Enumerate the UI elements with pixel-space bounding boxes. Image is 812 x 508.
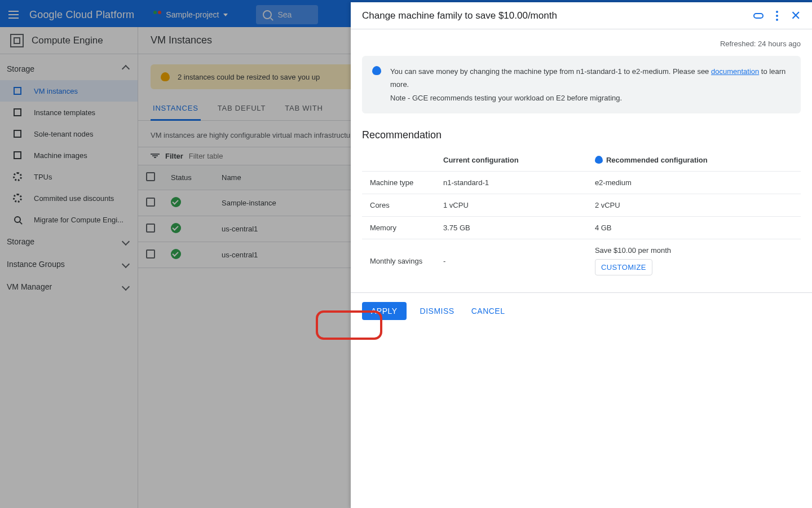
note-subtext: Note - GCE recommends testing your workl…	[390, 91, 791, 104]
recommendation-drawer: Change machine family to save $10.00/mon…	[351, 2, 812, 508]
apply-button[interactable]: APPLY	[362, 302, 407, 320]
drawer-header: Change machine family to save $10.00/mon…	[351, 2, 812, 29]
recommendation-heading: Recommendation	[362, 129, 801, 141]
more-icon[interactable]	[776, 11, 778, 21]
refreshed-text: Refreshed: 24 hours ago	[362, 40, 801, 48]
col-current: Current configuration	[435, 149, 587, 172]
savings-text: Save $10.00 per month	[595, 246, 793, 255]
cancel-button[interactable]: CANCEL	[468, 302, 509, 320]
col-recommended: Recommended configuration	[587, 149, 801, 172]
info-note: You can save money by changing the machi…	[362, 56, 801, 113]
drawer-title: Change machine family to save $10.00/mon…	[362, 10, 557, 21]
copy-link-icon[interactable]	[753, 13, 764, 19]
documentation-link[interactable]: documentation	[711, 67, 759, 76]
customize-button[interactable]: CUSTOMIZE	[595, 259, 652, 275]
drawer-actions: APPLY DISMISS CANCEL	[351, 292, 812, 329]
recommendation-table: Current configuration Recommended config…	[362, 149, 801, 282]
dismiss-button[interactable]: DISMISS	[417, 302, 458, 320]
lightbulb-icon	[595, 156, 603, 164]
lightbulb-icon	[372, 66, 381, 75]
close-icon[interactable]: ✕	[791, 10, 801, 22]
